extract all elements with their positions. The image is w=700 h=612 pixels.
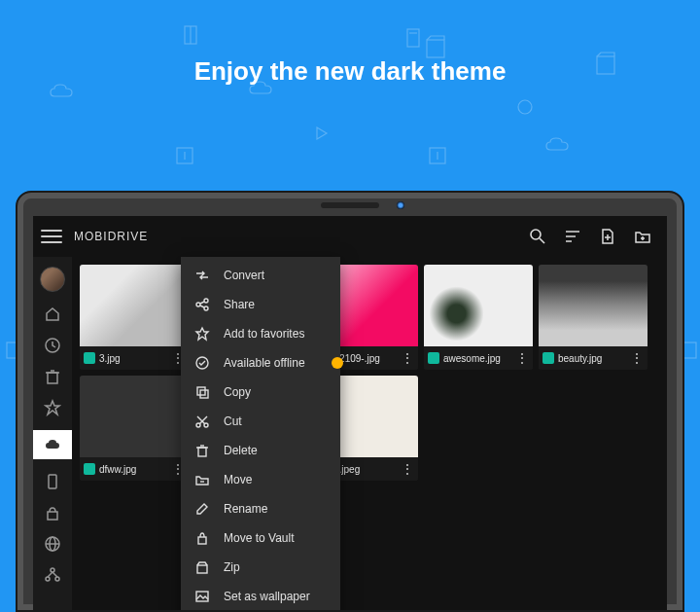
star-icon[interactable]	[44, 399, 61, 416]
menu-label: Cut	[224, 414, 242, 428]
new-folder-icon[interactable]	[634, 228, 651, 245]
svg-point-5	[518, 100, 532, 114]
main-area: 3.jpg ⋮ dfww.jpg ⋮ 72210	[33, 257, 667, 610]
zip-icon	[194, 559, 210, 575]
network-icon[interactable]	[44, 566, 61, 584]
svg-line-38	[200, 302, 204, 304]
menu-delete[interactable]: Delete	[181, 436, 340, 465]
svg-point-35	[196, 303, 200, 306]
file-grid: 3.jpg ⋮ dfww.jpg ⋮ 72210	[72, 257, 667, 610]
context-menu: Convert Share Add to favorites Available…	[181, 257, 340, 610]
rename-icon	[194, 501, 210, 517]
menu-label: Zip	[224, 560, 240, 574]
thumbnail	[80, 376, 189, 457]
sidebar	[33, 257, 72, 610]
file-name: dfww.jpg	[99, 464, 167, 475]
thumbnail	[80, 265, 189, 346]
svg-rect-42	[197, 387, 205, 395]
svg-rect-53	[196, 592, 208, 601]
image-file-icon	[84, 463, 95, 475]
svg-rect-48	[198, 448, 206, 456]
tablet-frame: MOBIDRIVE	[16, 191, 684, 612]
device-icon[interactable]	[44, 473, 61, 490]
menu-cut[interactable]: Cut	[181, 407, 340, 436]
topbar-actions	[529, 228, 659, 245]
copy-icon	[194, 384, 210, 400]
file-bar: dfww.jpg ⋮	[80, 457, 189, 481]
menu-wallpaper[interactable]: Set as wallpaper	[181, 582, 340, 610]
menu-add-favorites[interactable]: Add to favorites	[181, 319, 340, 348]
menu-label: Move	[224, 473, 252, 486]
file-card[interactable]: dfww.jpg ⋮	[80, 376, 189, 481]
svg-rect-21	[48, 373, 57, 383]
more-icon[interactable]: ⋮	[515, 351, 529, 365]
svg-rect-26	[48, 512, 57, 520]
svg-point-41	[196, 357, 208, 369]
menu-zip[interactable]: Zip	[181, 553, 340, 582]
globe-icon[interactable]	[44, 535, 61, 553]
menu-label: Add to favorites	[224, 327, 304, 341]
svg-point-36	[204, 299, 208, 303]
menu-label: Share	[224, 298, 255, 311]
svg-line-33	[48, 572, 52, 577]
svg-point-37	[204, 306, 208, 310]
svg-point-31	[46, 577, 50, 581]
toggle-indicator[interactable]	[332, 357, 343, 369]
menu-move[interactable]: Move	[181, 465, 340, 494]
recent-icon[interactable]	[44, 337, 61, 354]
svg-rect-52	[197, 565, 207, 573]
image-file-icon	[84, 352, 95, 364]
trash-icon[interactable]	[44, 368, 61, 385]
menu-label: Rename	[224, 502, 267, 516]
wallpaper-icon	[194, 589, 210, 604]
cloud-icon[interactable]	[33, 430, 72, 459]
share-icon	[194, 297, 210, 312]
svg-marker-6	[317, 127, 327, 139]
file-name: 3.jpg	[99, 353, 167, 364]
menu-move-vault[interactable]: Move to Vault	[181, 523, 340, 553]
file-card[interactable]: awesome.jpg ⋮	[424, 265, 533, 370]
svg-point-30	[51, 568, 54, 572]
svg-rect-3	[427, 40, 444, 57]
home-icon[interactable]	[44, 306, 61, 323]
file-bar: awesome.jpg ⋮	[424, 346, 533, 370]
menu-convert[interactable]: Convert	[181, 261, 340, 290]
topbar: MOBIDRIVE	[33, 216, 667, 257]
menu-icon[interactable]	[41, 226, 62, 247]
avatar[interactable]	[40, 267, 65, 292]
more-icon[interactable]: ⋮	[401, 462, 414, 476]
menu-available-offline[interactable]: Available offline	[181, 348, 340, 378]
svg-line-34	[52, 572, 57, 577]
offline-icon	[194, 355, 210, 371]
sort-icon[interactable]	[564, 228, 581, 245]
menu-copy[interactable]: Copy	[181, 378, 340, 407]
thumbnail	[539, 265, 648, 346]
menu-label: Copy	[224, 385, 251, 399]
lock-icon[interactable]	[44, 504, 61, 522]
svg-point-32	[55, 577, 59, 581]
search-icon[interactable]	[529, 228, 546, 245]
hero-title: Enjoy the new dark theme	[0, 56, 700, 87]
menu-share[interactable]: Share	[181, 290, 340, 319]
image-file-icon	[542, 352, 554, 364]
svg-marker-40	[196, 328, 208, 340]
svg-line-12	[540, 238, 544, 243]
svg-rect-25	[49, 475, 56, 488]
more-icon[interactable]: ⋮	[630, 351, 644, 365]
app-title: MOBIDRIVE	[74, 230, 517, 243]
menu-label: Delete	[224, 444, 258, 457]
svg-rect-51	[198, 537, 206, 544]
thumbnail	[424, 265, 533, 346]
file-name: awesome.jpg	[443, 353, 511, 364]
move-icon	[194, 472, 210, 487]
more-icon[interactable]: ⋮	[401, 351, 414, 365]
vault-icon	[194, 530, 210, 546]
menu-label: Set as wallpaper	[224, 590, 310, 603]
file-card[interactable]: beauty.jpg ⋮	[539, 265, 648, 370]
svg-line-39	[200, 306, 204, 307]
file-card[interactable]: 3.jpg ⋮	[80, 265, 189, 370]
new-file-icon[interactable]	[599, 228, 616, 245]
menu-rename[interactable]: Rename	[181, 494, 340, 523]
star-icon	[194, 326, 210, 342]
app-screen: MOBIDRIVE	[33, 216, 667, 610]
